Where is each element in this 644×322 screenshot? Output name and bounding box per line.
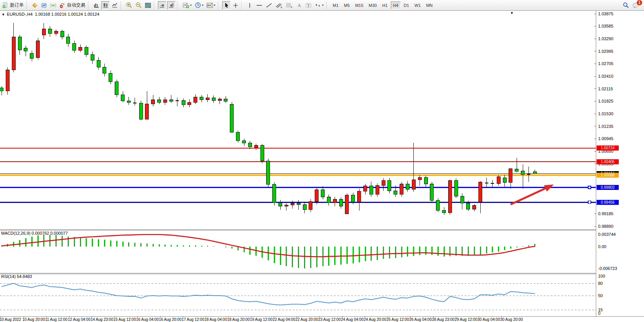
- price-tag: 1.00405: [597, 159, 619, 164]
- bar-chart-button[interactable]: [92, 1, 101, 10]
- bear-candle-body: [515, 169, 519, 172]
- text-label-icon: T: [305, 2, 312, 8]
- time-axis[interactable]: 10 Aug 202210 Aug 20:0011 Aug 12:0012 Au…: [0, 316, 644, 322]
- indicators-button[interactable]: ▾: [181, 1, 193, 10]
- price-tag: 1.00086: [597, 173, 619, 178]
- bear-candle-body: [267, 161, 270, 185]
- time-axis-label: 10 Aug 20:00: [23, 317, 45, 322]
- new-order-label: 新订单: [10, 2, 24, 8]
- time-axis-label: 23 Aug 12:00: [318, 317, 341, 322]
- auto-trading-button[interactable]: 自动交易: [58, 1, 86, 10]
- bear-candle-body: [24, 48, 28, 51]
- market-watch-button[interactable]: [40, 1, 48, 10]
- time-axis-label: 11 Aug 12:00: [45, 317, 67, 322]
- bear-candle-body: [30, 53, 34, 58]
- signals-icon: [50, 2, 56, 8]
- horizontal-line-tool-button[interactable]: [255, 1, 264, 10]
- timeframe-button-h4[interactable]: H4: [391, 2, 401, 9]
- time-axis-tick: [479, 316, 479, 317]
- bear-candle-body: [273, 185, 276, 203]
- time-axis-tick: [160, 316, 161, 317]
- timeframe-button-m30[interactable]: M30: [366, 2, 379, 9]
- bear-candle-body: [109, 73, 112, 82]
- bull-candle-body: [163, 100, 167, 102]
- toolbar-grip: [26, 2, 29, 9]
- bear-candle-body: [430, 184, 434, 200]
- timeframe-button-w1[interactable]: W1: [412, 2, 423, 9]
- time-axis-tick: [69, 316, 70, 317]
- notifications-button[interactable]: 1: [631, 1, 640, 10]
- time-axis-tick: [501, 316, 502, 317]
- trendline-tool-button[interactable]: [265, 1, 273, 10]
- bull-candle-body: [418, 177, 421, 180]
- bear-candle-body: [60, 31, 64, 37]
- search-button[interactable]: [621, 1, 630, 10]
- time-axis-tick: [410, 316, 411, 317]
- timeframe-button-h1[interactable]: H1: [380, 2, 390, 9]
- price-axis-tick: 1.02115: [598, 87, 613, 91]
- text-tool-button[interactable]: A: [295, 1, 303, 10]
- cursor-tool-button[interactable]: [222, 1, 231, 10]
- bear-candle-body: [297, 203, 300, 204]
- rsi-line: [2, 283, 535, 305]
- bear-candle-body: [121, 95, 125, 101]
- bear-candle-body: [424, 177, 428, 184]
- timeframe-button-m15[interactable]: M15: [353, 2, 366, 9]
- timeframe-button-m1[interactable]: M1: [330, 2, 341, 9]
- price-axis[interactable]: 1.038751.035851.032901.029951.027051.024…: [596, 11, 644, 322]
- macd-label: MACD(12,26,9) 0.000762 0.000077: [1, 231, 68, 235]
- timeframe-button-d1[interactable]: D1: [402, 2, 411, 9]
- candlestick-chart-button[interactable]: [101, 1, 110, 10]
- tile-windows-button[interactable]: [144, 1, 152, 10]
- chart-title: ▼EURUSD-,H4 1.00168 1.00216 1.00124 1.00…: [2, 12, 99, 16]
- chart-canvas[interactable]: [0, 11, 596, 316]
- zoom-in-icon: [126, 2, 132, 8]
- bull-candle-body: [6, 70, 9, 91]
- auto-scroll-button[interactable]: [158, 1, 166, 10]
- vertical-line-tool-button[interactable]: [246, 1, 254, 10]
- periods-button[interactable]: ▾: [194, 1, 205, 10]
- zoom-in-button[interactable]: [125, 1, 133, 10]
- time-axis-label: 24 Aug 20:00: [364, 317, 386, 322]
- macd-axis-label: 0.00: [598, 244, 606, 249]
- bear-candle-body: [169, 100, 173, 101]
- crosshair-tool-button[interactable]: [231, 1, 240, 10]
- styler-button[interactable]: [31, 1, 39, 10]
- arrows-tool-button[interactable]: ▾: [314, 1, 325, 10]
- bull-candle-body: [54, 31, 58, 34]
- bear-candle-body: [97, 60, 100, 67]
- symbol-dropdown-icon[interactable]: ▼: [2, 13, 5, 16]
- svg-text:A: A: [298, 3, 301, 8]
- bear-candle-body: [182, 101, 185, 105]
- equidistant-channel-tool-button[interactable]: E: [274, 1, 284, 10]
- timeframe-button-m5[interactable]: M5: [342, 2, 352, 9]
- price-axis-tick: 1.03585: [598, 24, 613, 28]
- fibonacci-tool-button[interactable]: F: [285, 1, 294, 10]
- dropdown-caret: ▾: [214, 3, 215, 7]
- time-axis-tick: [433, 316, 434, 317]
- signals-button[interactable]: [49, 1, 57, 10]
- candlestick-chart-icon: [102, 2, 109, 8]
- bear-candle-body: [212, 98, 215, 101]
- bear-candle-body: [248, 143, 252, 147]
- bear-candle-body: [230, 105, 234, 132]
- bull-candle-body: [448, 181, 452, 213]
- toolbar-grip: [120, 2, 123, 9]
- text-label-tool-button[interactable]: T: [304, 1, 313, 10]
- time-axis-label: 17 Aug 12:00: [182, 317, 204, 322]
- templates-button[interactable]: ▾: [205, 1, 216, 10]
- bear-candle-body: [369, 186, 373, 194]
- price-axis-tick: 1.01825: [598, 99, 613, 103]
- new-order-icon: [2, 2, 8, 8]
- timeframe-button-mn[interactable]: MN: [424, 2, 435, 9]
- bull-candle-body: [479, 182, 482, 202]
- time-axis-label: 14 Aug 23:00: [91, 317, 113, 322]
- zoom-out-button[interactable]: [134, 1, 143, 10]
- line-chart-button[interactable]: [111, 1, 119, 10]
- bear-candle-body: [158, 100, 161, 102]
- toolbar-grip: [88, 2, 91, 9]
- new-order-button[interactable]: 新订单: [1, 1, 25, 10]
- chart-shift-button[interactable]: [167, 1, 176, 10]
- price-axis-tick: 0.99185: [598, 211, 613, 216]
- toolbar-grip: [154, 2, 156, 9]
